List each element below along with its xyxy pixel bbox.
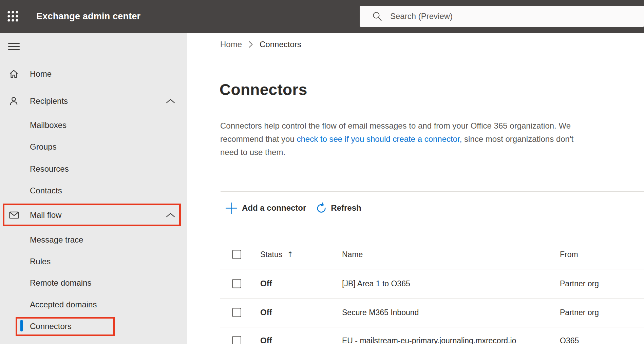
sidebar-item-mailboxes[interactable]: Mailboxes xyxy=(0,117,187,134)
row-checkbox[interactable] xyxy=(232,336,241,344)
table-row[interactable]: Off [JB] Area 1 to O365 Partner org xyxy=(187,273,644,294)
table-row[interactable]: Off Secure M365 Inbound Partner org xyxy=(187,302,644,323)
search-icon xyxy=(372,11,383,22)
sidebar-item-rules[interactable]: Rules xyxy=(0,253,187,270)
sidebar-item-contacts[interactable]: Contacts xyxy=(0,182,187,199)
from-column-header[interactable]: From xyxy=(560,250,578,259)
chevron-up-icon[interactable] xyxy=(166,213,175,218)
breadcrumb-home-link[interactable]: Home xyxy=(220,40,242,49)
sidebar-item-label: Groups xyxy=(30,142,57,152)
cell-name[interactable]: Secure M365 Inbound xyxy=(342,308,419,317)
waffle-icon xyxy=(7,11,19,22)
cell-status: Off xyxy=(260,336,272,344)
sidebar: Home Recipients Mailboxes Groups Resourc… xyxy=(0,33,187,344)
search-placeholder: Search (Preview) xyxy=(390,12,453,21)
main-content: Home Connectors Connectors Connectors he… xyxy=(187,33,644,344)
sort-ascending-icon: ↑ xyxy=(287,250,293,259)
status-column-label: Status xyxy=(260,250,282,259)
check-connector-link[interactable]: check to see if you should create a conn… xyxy=(297,134,462,144)
refresh-button[interactable]: Refresh xyxy=(316,202,361,214)
select-all-checkbox[interactable] xyxy=(232,250,241,259)
toolbar-divider xyxy=(221,191,644,192)
chevron-up-icon[interactable] xyxy=(166,99,175,104)
hamburger-icon xyxy=(8,43,20,50)
sidebar-item-label: Rules xyxy=(30,257,51,266)
row-checkbox[interactable] xyxy=(232,308,241,317)
table-header-row: Status↑ Name From xyxy=(187,244,644,265)
mail-icon xyxy=(8,210,20,221)
sidebar-item-connectors[interactable]: Connectors xyxy=(0,318,187,335)
app-title: Exchange admin center xyxy=(36,0,140,33)
selected-item-indicator xyxy=(20,320,23,331)
sidebar-item-label: Home xyxy=(30,69,52,79)
cell-name[interactable]: EU - mailstream-eu-primary.journaling.mx… xyxy=(342,336,516,344)
description-line1: Connectors help control the flow of emai… xyxy=(220,121,571,130)
table-row[interactable]: Off EU - mailstream-eu-primary.journalin… xyxy=(187,330,644,344)
sidebar-item-label: Connectors xyxy=(30,322,72,331)
sidebar-item-label: Resources xyxy=(30,164,69,174)
row-divider xyxy=(220,298,644,299)
sidebar-item-home[interactable]: Home xyxy=(0,65,187,82)
search-input[interactable]: Search (Preview) xyxy=(360,6,644,27)
sidebar-item-remote-domains[interactable]: Remote domains xyxy=(0,274,187,291)
sidebar-item-label: Remote domains xyxy=(30,278,91,288)
name-column-header[interactable]: Name xyxy=(342,250,363,259)
description-line2-after: since most organizations don't xyxy=(462,134,573,144)
plus-icon xyxy=(225,202,238,214)
sidebar-item-groups[interactable]: Groups xyxy=(0,138,187,155)
add-connector-button[interactable]: Add a connector xyxy=(225,202,306,214)
collapse-nav-button[interactable] xyxy=(8,43,20,51)
app-launcher-button[interactable] xyxy=(7,11,19,23)
sidebar-item-label: Message trace xyxy=(30,235,83,245)
row-checkbox[interactable] xyxy=(232,279,241,288)
refresh-icon xyxy=(316,202,327,214)
status-column-header[interactable]: Status↑ xyxy=(260,250,293,259)
breadcrumb-chevron-icon xyxy=(248,41,253,48)
home-icon xyxy=(8,69,19,79)
breadcrumb: Home Connectors xyxy=(220,39,301,50)
header-divider xyxy=(220,269,644,269)
refresh-label: Refresh xyxy=(331,203,361,213)
sidebar-item-label: Mailboxes xyxy=(30,120,67,130)
cell-from: Partner org xyxy=(560,308,599,317)
person-icon xyxy=(8,96,19,107)
row-divider xyxy=(220,327,644,327)
description-line2-before: recommend that you xyxy=(220,134,297,144)
topbar: Exchange admin center Search (Preview) xyxy=(0,0,644,33)
sidebar-item-resources[interactable]: Resources xyxy=(0,160,187,177)
cell-from: Partner org xyxy=(560,279,599,288)
page-description: Connectors help control the flow of emai… xyxy=(220,119,638,159)
sidebar-item-accepted-domains[interactable]: Accepted domains xyxy=(0,296,187,313)
sidebar-item-label: Accepted domains xyxy=(30,300,97,309)
sidebar-item-label: Recipients xyxy=(30,96,68,106)
sidebar-item-message-trace[interactable]: Message trace xyxy=(0,231,187,248)
page-title: Connectors xyxy=(220,80,307,99)
sidebar-item-label: Contacts xyxy=(30,186,62,195)
exchange-admin-center-screen: Exchange admin center Search (Preview) H… xyxy=(0,0,644,344)
description-line3: need to use them. xyxy=(220,148,285,157)
toolbar: Add a connector Refresh xyxy=(225,200,361,215)
cell-from: O365 xyxy=(560,336,579,344)
cell-status: Off xyxy=(260,308,272,317)
cell-name[interactable]: [JB] Area 1 to O365 xyxy=(342,279,410,288)
sidebar-item-recipients[interactable]: Recipients xyxy=(0,93,187,110)
cell-status: Off xyxy=(260,279,272,288)
breadcrumb-current: Connectors xyxy=(260,40,301,49)
add-connector-label: Add a connector xyxy=(242,203,306,213)
sidebar-item-mail-flow[interactable]: Mail flow xyxy=(0,207,187,224)
sidebar-item-label: Mail flow xyxy=(30,210,61,220)
